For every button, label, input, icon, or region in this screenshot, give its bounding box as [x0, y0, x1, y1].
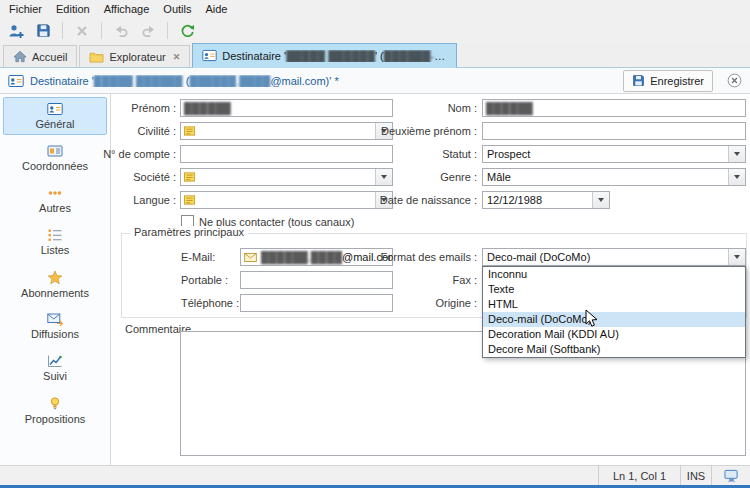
telephone-label: Téléphone : [181, 294, 237, 312]
compte-label: N° de compte : [56, 145, 176, 163]
naissance-label: Date de naissance : [327, 191, 477, 209]
sidebar-item-listes[interactable]: Listes [3, 223, 107, 261]
tab-explorateur[interactable]: Explorateur ✕ [79, 45, 190, 67]
chart-icon [47, 354, 63, 368]
format-emails-dropdown-button[interactable] [728, 249, 745, 265]
dropdown-option-inconnu[interactable]: Inconnu [483, 267, 745, 282]
refresh-button[interactable] [175, 20, 199, 41]
statut-value: Prospect [487, 147, 530, 161]
add-contact-button[interactable] [4, 20, 28, 41]
sidebar-item-label: Diffusions [31, 328, 79, 340]
chevron-down-icon [734, 255, 740, 259]
sidebar-item-label: Propositions [25, 413, 86, 425]
origine-label: Origine : [327, 294, 477, 312]
page-title: Destinataire '█████ ██████ (██████.████@… [30, 75, 339, 87]
statut-dropdown-button[interactable] [728, 146, 745, 162]
document-header: Destinataire '█████ ██████ (██████.████@… [0, 68, 750, 94]
sidebar-item-label: Listes [41, 244, 70, 256]
menu-bar: Fichier Edition Affichage Outils Aide [0, 0, 750, 18]
dropdown-option-decore-mail[interactable]: Decore Mail (Softbank) [483, 342, 745, 357]
delete-button[interactable] [70, 20, 94, 41]
close-icon [727, 73, 742, 88]
deuxieme-prenom-field[interactable] [482, 122, 746, 140]
form-item-icon [184, 195, 195, 205]
toolbar-separator [101, 22, 102, 39]
sidebar-item-abonnements[interactable]: Abonnements [3, 265, 107, 303]
delete-icon [76, 25, 88, 37]
tab-accueil-label: Accueil [32, 51, 67, 63]
app-window: Fichier Edition Affichage Outils Aide [0, 0, 750, 488]
naissance-dropdown-button[interactable] [592, 192, 609, 208]
format-emails-combobox[interactable]: Deco-mail (DoCoMo) [482, 248, 746, 266]
tab-destinataire[interactable]: Destinataire '█████ ██████' (██████-███.… [192, 43, 457, 68]
redo-button[interactable] [136, 20, 160, 41]
societe-label: Société : [56, 168, 176, 186]
save-button[interactable]: Enregistrer [623, 70, 713, 92]
menu-outils[interactable]: Outils [156, 2, 198, 16]
envelope-icon [244, 253, 257, 262]
genre-value: Mâle [487, 170, 511, 184]
portable-label: Portable : [181, 271, 237, 289]
naissance-value: 12/12/1988 [487, 193, 542, 207]
refresh-icon [180, 23, 195, 38]
home-icon [13, 50, 27, 63]
statut-label: Statut : [327, 145, 477, 163]
toolbar-separator [167, 22, 168, 39]
menu-fichier[interactable]: Fichier [2, 2, 49, 16]
contact-card-icon [202, 49, 217, 62]
status-bar: Ln 1, Col 1 INS [0, 465, 750, 485]
menu-affichage[interactable]: Affichage [97, 2, 157, 16]
save-toolbar-button[interactable] [31, 20, 55, 41]
insert-mode-indicator: INS [680, 466, 711, 485]
close-document-button[interactable] [727, 73, 742, 88]
undo-button[interactable] [109, 20, 133, 41]
tab-bar: Accueil Explorateur ✕ Destinataire '████… [0, 43, 750, 68]
add-contact-icon [8, 23, 24, 39]
nom-field[interactable]: ██████ [482, 99, 746, 117]
form-item-icon [184, 172, 195, 182]
chevron-down-icon [598, 198, 604, 202]
sidebar-item-diffusions[interactable]: Diffusions [3, 307, 107, 345]
redo-icon [141, 24, 156, 38]
deuxieme-prenom-label: Deuxième prénom : [327, 122, 477, 140]
save-button-label: Enregistrer [650, 75, 704, 87]
nom-label: Nom : [327, 99, 477, 117]
naissance-combobox[interactable]: 12/12/1988 [482, 191, 610, 209]
sidebar-item-suivi[interactable]: Suivi [3, 349, 107, 387]
sidebar-item-label: Suivi [43, 370, 67, 382]
star-icon [47, 270, 63, 285]
tab-destinataire-label: Destinataire '█████ ██████' (██████-███.… [222, 50, 447, 62]
menu-aide[interactable]: Aide [198, 2, 234, 16]
statusbar-icon-cell [711, 466, 750, 485]
sidebar-item-label: Abonnements [21, 287, 89, 299]
computer-icon [724, 469, 739, 483]
menu-edition[interactable]: Edition [49, 2, 97, 16]
dropdown-option-texte[interactable]: Texte [483, 282, 745, 297]
dropdown-option-html[interactable]: HTML [483, 297, 745, 312]
lightbulb-icon [47, 396, 63, 411]
dropdown-option-decoration-mail[interactable]: Decoration Mail (KDDI AU) [483, 327, 745, 342]
dropdown-option-deco-mail[interactable]: Deco-mail (DoCoMo) [483, 312, 745, 327]
tab-close-icon[interactable]: ✕ [173, 52, 181, 62]
form-item-icon [184, 126, 195, 136]
mouse-cursor [585, 309, 598, 328]
langue-label: Langue : [56, 191, 176, 209]
tab-explorateur-label: Explorateur [109, 51, 165, 63]
format-emails-value: Deco-mail (DoCoMo) [487, 250, 590, 264]
sidebar-item-propositions[interactable]: Propositions [3, 391, 107, 429]
send-mail-icon [47, 313, 63, 326]
undo-icon [114, 24, 129, 38]
format-emails-dropdown-list: Inconnu Texte HTML Deco-mail (DoCoMo) De… [482, 266, 746, 358]
genre-combobox[interactable]: Mâle [482, 168, 746, 186]
save-icon [36, 23, 51, 38]
genre-dropdown-button[interactable] [728, 169, 745, 185]
fax-label: Fax : [327, 271, 477, 289]
list-icon [47, 228, 63, 242]
cursor-position-indicator: Ln 1, Col 1 [598, 466, 680, 485]
folder-icon [89, 50, 104, 63]
contact-card-icon [8, 74, 24, 88]
tab-accueil[interactable]: Accueil [3, 45, 77, 67]
chevron-down-icon [734, 175, 740, 179]
statut-combobox[interactable]: Prospect [482, 145, 746, 163]
prenom-label: Prénom : [56, 99, 176, 117]
